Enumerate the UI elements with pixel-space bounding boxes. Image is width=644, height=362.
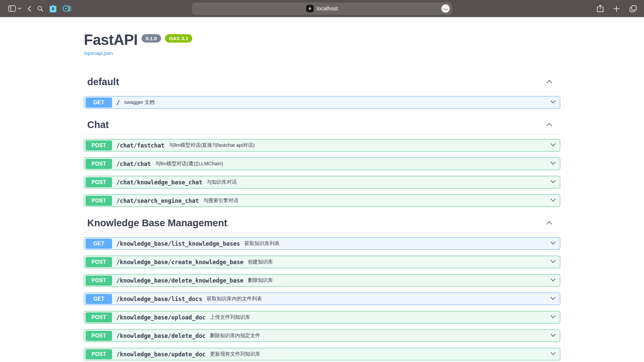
back-icon	[28, 6, 31, 12]
oas-badge: OAS 3.1	[165, 34, 193, 43]
endpoint-row[interactable]: POST /knowledge_base/create_knowledge_ba…	[84, 256, 560, 268]
expand-operation-button[interactable]	[550, 100, 556, 105]
endpoint-path: /knowledge_base/list_docs	[116, 296, 202, 302]
endpoint-path: /knowledge_base/delete_knowledge_base	[116, 277, 244, 284]
endpoint-row[interactable]: POST /knowledge_base/upload_doc 上传文件到知识库	[84, 311, 560, 323]
back-button[interactable]	[26, 4, 33, 13]
endpoint-path: /chat/chat	[116, 161, 151, 167]
endpoint-path: /	[116, 99, 120, 106]
method-badge: POST	[86, 140, 112, 150]
endpoint-path: /knowledge_base/create_knowledge_base	[116, 259, 244, 265]
method-badge: POST	[86, 349, 112, 359]
section-rows: POST /chat/fastchat 与llm模型对话(直接与fastchat…	[84, 135, 560, 207]
tabs-overview-button[interactable]	[628, 4, 638, 13]
section-title: Chat	[87, 119, 109, 130]
share-button[interactable]	[596, 3, 605, 14]
endpoint-row[interactable]: POST /knowledge_base/update_doc 更新现有文件到知…	[84, 348, 560, 360]
browser-toolbar: localhost	[0, 0, 644, 17]
method-badge: GET	[86, 98, 112, 108]
extension-circles-button[interactable]	[61, 3, 72, 14]
expand-operation-button[interactable]	[550, 161, 556, 166]
endpoint-description: 与知识库对话	[207, 179, 237, 185]
expand-operation-button[interactable]	[550, 315, 556, 320]
endpoint-path: /chat/fastchat	[116, 142, 164, 149]
expand-operation-button[interactable]	[550, 296, 556, 301]
chevron-down-icon	[550, 315, 556, 320]
endpoint-description: 上传文件到知识库	[210, 314, 250, 320]
expand-operation-button[interactable]	[550, 352, 556, 357]
section-collapse-button[interactable]	[544, 121, 555, 129]
section-collapse-button[interactable]	[544, 78, 555, 86]
method-badge: POST	[86, 257, 112, 267]
share-icon	[597, 5, 603, 12]
method-badge: GET	[86, 239, 112, 249]
chevron-up-icon	[546, 221, 552, 226]
expand-operation-button[interactable]	[550, 278, 556, 283]
chevron-down-icon	[550, 259, 556, 264]
expand-operation-button[interactable]	[550, 241, 556, 246]
endpoint-row[interactable]: POST /knowledge_base/delete_doc 删除知识库内指定…	[84, 329, 560, 342]
sidebar-toggle-button[interactable]	[7, 4, 23, 13]
section-header[interactable]: Chat	[84, 115, 560, 135]
endpoint-path: /chat/search_engine_chat	[116, 197, 199, 204]
endpoint-path: /knowledge_base/delete_doc	[116, 333, 206, 339]
endpoint-row[interactable]: POST /chat/chat 与llm模型对话(通过LLMChain)	[84, 158, 560, 170]
endpoint-row[interactable]: POST /knowledge_base/delete_knowledge_ba…	[84, 274, 560, 287]
endpoint-description: 获取知识库列表	[244, 240, 279, 247]
new-tab-button[interactable]	[612, 4, 621, 13]
method-badge: POST	[86, 276, 112, 286]
expand-operation-button[interactable]	[550, 259, 556, 264]
method-badge: POST	[86, 331, 112, 341]
search-button[interactable]	[36, 4, 45, 13]
reader-options-button[interactable]	[441, 4, 450, 13]
endpoint-path: /knowledge_base/update_doc	[116, 351, 206, 358]
page-title: FastAPI	[84, 32, 138, 48]
new-tab-icon	[613, 6, 620, 12]
endpoint-row[interactable]: GET / swagger 文档	[84, 96, 560, 109]
api-info: FastAPI 0.1.0 OAS 3.1	[84, 32, 560, 48]
endpoint-path: /knowledge_base/upload_doc	[116, 314, 206, 321]
sidebar-icon	[8, 5, 16, 12]
openapi-json-link[interactable]: /openapi.json	[84, 51, 113, 56]
address-bar[interactable]: localhost	[192, 2, 452, 15]
section-header[interactable]: default	[84, 72, 560, 92]
section-collapse-button[interactable]	[544, 219, 555, 227]
endpoint-path: /knowledge_base/list_knowledge_bases	[116, 240, 240, 247]
section-header[interactable]: Knowledge Base Management	[84, 213, 560, 233]
endpoint-description: 与llm模型对话(直接与fastchat api对话)	[169, 142, 255, 148]
method-badge: POST	[86, 312, 112, 322]
expand-operation-button[interactable]	[550, 180, 556, 185]
chevron-down-icon	[550, 161, 556, 166]
endpoint-row[interactable]: GET /knowledge_base/list_knowledge_bases…	[84, 237, 560, 250]
ellipsis-icon	[443, 6, 448, 11]
api-section: Chat POST /chat/fastchat 与llm模型对话(直接与fas…	[84, 115, 560, 207]
chevron-down-icon	[550, 198, 556, 203]
endpoint-description: 删除知识库内指定文件	[210, 333, 260, 339]
fastapi-favicon	[306, 5, 314, 12]
chevron-down-icon	[550, 352, 556, 357]
chevron-down-icon	[18, 7, 21, 10]
chevron-down-icon	[550, 278, 556, 283]
chevron-down-icon	[550, 241, 556, 246]
section-title: Knowledge Base Management	[87, 218, 227, 229]
endpoint-description: swagger 文档	[124, 99, 155, 106]
method-badge: POST	[86, 196, 112, 206]
chevron-down-icon	[550, 100, 556, 105]
chevron-up-icon	[546, 122, 552, 127]
endpoint-path: /chat/knowledge_base_chat	[116, 179, 202, 186]
endpoint-row[interactable]: GET /knowledge_base/list_docs 获取知识库内的文件列…	[84, 293, 560, 305]
chevron-down-icon	[550, 296, 556, 301]
endpoint-row[interactable]: POST /chat/search_engine_chat 与搜索引擎对话	[84, 194, 560, 207]
endpoint-description: 获取知识库内的文件列表	[207, 296, 262, 302]
section-rows: GET / swagger 文档	[84, 92, 560, 109]
chevron-down-icon	[550, 180, 556, 185]
method-badge: POST	[86, 177, 112, 187]
api-section: Knowledge Base Management GET /knowledge…	[84, 213, 560, 362]
version-badge: 0.1.0	[142, 34, 161, 43]
expand-operation-button[interactable]	[550, 198, 556, 203]
expand-operation-button[interactable]	[550, 143, 556, 148]
extension-shield-button[interactable]	[48, 3, 58, 14]
endpoint-row[interactable]: POST /chat/fastchat 与llm模型对话(直接与fastchat…	[84, 139, 560, 152]
endpoint-row[interactable]: POST /chat/knowledge_base_chat 与知识库对话	[84, 176, 560, 188]
expand-operation-button[interactable]	[550, 333, 556, 338]
